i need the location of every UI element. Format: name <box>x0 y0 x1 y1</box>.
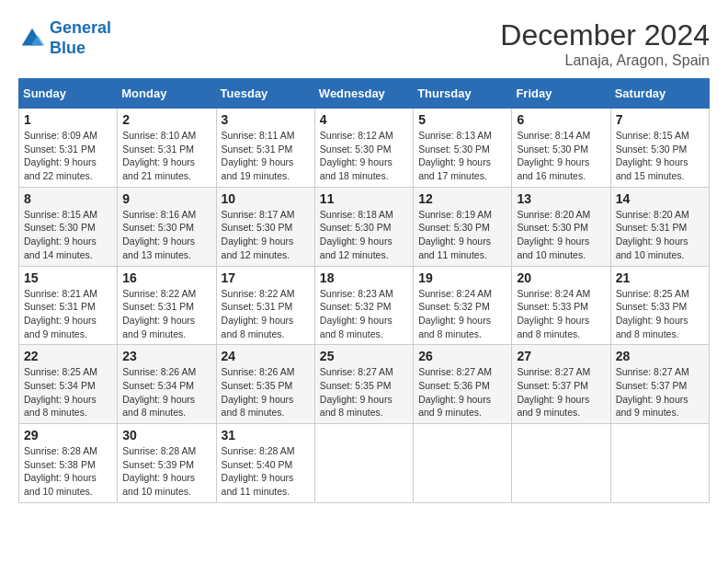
weekday-header-cell: Tuesday <box>216 79 314 109</box>
day-number: 18 <box>320 270 408 285</box>
day-info: Sunrise: 8:13 AMSunset: 5:30 PMDaylight:… <box>418 129 506 183</box>
calendar-cell: 5Sunrise: 8:13 AMSunset: 5:30 PMDaylight… <box>414 109 512 188</box>
day-number: 30 <box>122 428 210 442</box>
calendar-cell: 19Sunrise: 8:24 AMSunset: 5:32 PMDayligh… <box>414 266 512 345</box>
day-info: Sunrise: 8:16 AMSunset: 5:30 PMDaylight:… <box>122 208 210 262</box>
day-info: Sunrise: 8:10 AMSunset: 5:31 PMDaylight:… <box>122 129 210 183</box>
calendar-cell: 21Sunrise: 8:25 AMSunset: 5:33 PMDayligh… <box>610 266 709 345</box>
day-number: 31 <box>222 428 310 442</box>
calendar-cell: 29Sunrise: 8:28 AMSunset: 5:38 PMDayligh… <box>19 424 118 503</box>
weekday-header-cell: Thursday <box>414 79 512 109</box>
day-info: Sunrise: 8:26 AMSunset: 5:34 PMDaylight:… <box>122 365 210 419</box>
day-number: 9 <box>122 191 210 206</box>
day-number: 28 <box>616 349 704 363</box>
calendar-body: 1Sunrise: 8:09 AMSunset: 5:31 PMDaylight… <box>19 109 710 503</box>
day-info: Sunrise: 8:20 AMSunset: 5:30 PMDaylight:… <box>517 208 605 262</box>
calendar-cell: 13Sunrise: 8:20 AMSunset: 5:30 PMDayligh… <box>512 187 610 266</box>
day-number: 29 <box>24 428 112 442</box>
day-number: 4 <box>320 112 408 127</box>
calendar-cell: 11Sunrise: 8:18 AMSunset: 5:30 PMDayligh… <box>314 187 413 266</box>
day-number: 3 <box>222 112 310 127</box>
day-number: 12 <box>418 191 506 206</box>
day-info: Sunrise: 8:15 AMSunset: 5:30 PMDaylight:… <box>616 129 704 183</box>
calendar-cell: 9Sunrise: 8:16 AMSunset: 5:30 PMDaylight… <box>118 187 216 266</box>
day-info: Sunrise: 8:27 AMSunset: 5:36 PMDaylight:… <box>418 365 506 419</box>
day-info: Sunrise: 8:26 AMSunset: 5:35 PMDaylight:… <box>222 365 310 419</box>
day-number: 21 <box>616 270 704 285</box>
calendar-cell <box>314 424 413 503</box>
logo-icon <box>18 25 46 52</box>
day-number: 24 <box>222 349 310 363</box>
logo: General Blue <box>18 18 111 58</box>
calendar-cell <box>512 424 610 503</box>
day-number: 22 <box>24 349 112 363</box>
calendar-cell: 17Sunrise: 8:22 AMSunset: 5:31 PMDayligh… <box>216 266 314 345</box>
day-info: Sunrise: 8:11 AMSunset: 5:31 PMDaylight:… <box>222 129 310 183</box>
day-number: 8 <box>24 191 112 206</box>
day-info: Sunrise: 8:09 AMSunset: 5:31 PMDaylight:… <box>24 129 112 183</box>
calendar-cell: 4Sunrise: 8:12 AMSunset: 5:30 PMDaylight… <box>314 109 413 188</box>
logo-line1: General <box>50 18 111 37</box>
day-info: Sunrise: 8:14 AMSunset: 5:30 PMDaylight:… <box>517 129 605 183</box>
calendar-cell: 28Sunrise: 8:27 AMSunset: 5:37 PMDayligh… <box>610 345 709 424</box>
calendar-week-row: 8Sunrise: 8:15 AMSunset: 5:30 PMDaylight… <box>19 187 710 266</box>
calendar-cell: 14Sunrise: 8:20 AMSunset: 5:31 PMDayligh… <box>610 187 709 266</box>
day-number: 27 <box>517 349 605 363</box>
calendar-cell: 18Sunrise: 8:23 AMSunset: 5:32 PMDayligh… <box>314 266 413 345</box>
calendar-table: SundayMondayTuesdayWednesdayThursdayFrid… <box>18 78 710 503</box>
calendar-cell: 27Sunrise: 8:27 AMSunset: 5:37 PMDayligh… <box>512 345 610 424</box>
weekday-header-cell: Saturday <box>610 79 709 109</box>
day-info: Sunrise: 8:21 AMSunset: 5:31 PMDaylight:… <box>24 287 112 341</box>
day-info: Sunrise: 8:28 AMSunset: 5:40 PMDaylight:… <box>222 444 310 499</box>
logo-text: General Blue <box>50 18 111 58</box>
calendar-cell: 8Sunrise: 8:15 AMSunset: 5:30 PMDaylight… <box>19 187 118 266</box>
day-info: Sunrise: 8:18 AMSunset: 5:30 PMDaylight:… <box>320 208 408 262</box>
day-info: Sunrise: 8:22 AMSunset: 5:31 PMDaylight:… <box>222 287 310 341</box>
weekday-header-cell: Sunday <box>19 79 118 109</box>
day-number: 1 <box>24 112 112 127</box>
weekday-header-cell: Wednesday <box>314 79 413 109</box>
logo-line2: Blue <box>50 39 85 57</box>
day-number: 2 <box>122 112 210 127</box>
calendar-cell <box>414 424 512 503</box>
calendar-week-row: 22Sunrise: 8:25 AMSunset: 5:34 PMDayligh… <box>19 345 710 424</box>
day-info: Sunrise: 8:27 AMSunset: 5:37 PMDaylight:… <box>616 365 704 419</box>
location-title: Lanaja, Aragon, Spain <box>500 52 710 69</box>
day-number: 25 <box>320 349 408 363</box>
calendar-cell: 16Sunrise: 8:22 AMSunset: 5:31 PMDayligh… <box>118 266 216 345</box>
day-info: Sunrise: 8:17 AMSunset: 5:30 PMDaylight:… <box>222 208 310 262</box>
day-number: 14 <box>616 191 704 206</box>
month-title: December 2024 <box>500 18 710 52</box>
header: General Blue December 2024 Lanaja, Arago… <box>18 18 710 69</box>
day-number: 5 <box>418 112 506 127</box>
calendar-cell: 12Sunrise: 8:19 AMSunset: 5:30 PMDayligh… <box>414 187 512 266</box>
calendar-cell: 22Sunrise: 8:25 AMSunset: 5:34 PMDayligh… <box>19 345 118 424</box>
weekday-header-cell: Friday <box>512 79 610 109</box>
day-info: Sunrise: 8:23 AMSunset: 5:32 PMDaylight:… <box>320 287 408 341</box>
weekday-header-cell: Monday <box>118 79 216 109</box>
calendar-cell: 10Sunrise: 8:17 AMSunset: 5:30 PMDayligh… <box>216 187 314 266</box>
day-number: 26 <box>418 349 506 363</box>
day-info: Sunrise: 8:25 AMSunset: 5:33 PMDaylight:… <box>616 287 704 341</box>
title-block: December 2024 Lanaja, Aragon, Spain <box>500 18 710 69</box>
calendar-cell: 6Sunrise: 8:14 AMSunset: 5:30 PMDaylight… <box>512 109 610 188</box>
day-info: Sunrise: 8:19 AMSunset: 5:30 PMDaylight:… <box>418 208 506 262</box>
day-number: 10 <box>222 191 310 206</box>
weekday-header-row: SundayMondayTuesdayWednesdayThursdayFrid… <box>19 79 710 109</box>
calendar-cell: 3Sunrise: 8:11 AMSunset: 5:31 PMDaylight… <box>216 109 314 188</box>
day-number: 17 <box>222 270 310 285</box>
day-number: 16 <box>122 270 210 285</box>
calendar-cell: 7Sunrise: 8:15 AMSunset: 5:30 PMDaylight… <box>610 109 709 188</box>
calendar-cell: 15Sunrise: 8:21 AMSunset: 5:31 PMDayligh… <box>19 266 118 345</box>
calendar-week-row: 29Sunrise: 8:28 AMSunset: 5:38 PMDayligh… <box>19 424 710 503</box>
day-info: Sunrise: 8:27 AMSunset: 5:35 PMDaylight:… <box>320 365 408 419</box>
calendar-cell: 25Sunrise: 8:27 AMSunset: 5:35 PMDayligh… <box>314 345 413 424</box>
day-info: Sunrise: 8:12 AMSunset: 5:30 PMDaylight:… <box>320 129 408 183</box>
day-info: Sunrise: 8:15 AMSunset: 5:30 PMDaylight:… <box>24 208 112 262</box>
day-number: 23 <box>122 349 210 363</box>
calendar-cell: 20Sunrise: 8:24 AMSunset: 5:33 PMDayligh… <box>512 266 610 345</box>
day-number: 20 <box>517 270 605 285</box>
calendar-cell: 26Sunrise: 8:27 AMSunset: 5:36 PMDayligh… <box>414 345 512 424</box>
day-info: Sunrise: 8:20 AMSunset: 5:31 PMDaylight:… <box>616 208 704 262</box>
calendar-cell: 31Sunrise: 8:28 AMSunset: 5:40 PMDayligh… <box>216 424 314 503</box>
